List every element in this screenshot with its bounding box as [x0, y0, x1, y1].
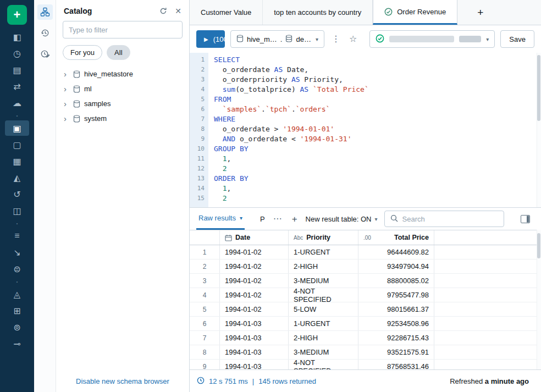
new-button[interactable]: + [7, 5, 27, 25]
side-panel-toggle-icon[interactable] [521, 215, 530, 223]
date-cell[interactable]: 1994-01-03 [220, 360, 289, 369]
total-cell[interactable]: 93521575.91 [358, 345, 434, 359]
results-search-input[interactable] [402, 215, 498, 223]
sql-warehouses-icon[interactable]: ◫ [5, 203, 29, 218]
database-icon [73, 70, 80, 78]
version-history-icon[interactable] [37, 46, 53, 62]
date-cell[interactable]: 1994-01-03 [220, 345, 289, 359]
query-history-icon[interactable]: ↺ [5, 186, 29, 202]
priority-cell[interactable]: 4-NOT SPECIFIED [289, 288, 358, 302]
chevron-right-icon[interactable]: › [64, 100, 69, 108]
workspace-icon[interactable]: ◧ [5, 29, 29, 45]
priority-cell[interactable]: 2-HIGH [289, 260, 358, 273]
query-duration: 12 s 751 ms [209, 377, 248, 385]
total-cell[interactable]: 98015661.37 [358, 302, 434, 316]
for-you-pill[interactable]: For you [63, 45, 102, 60]
priority-cell[interactable]: 2-HIGH [289, 331, 358, 345]
date-cell[interactable]: 1994-01-02 [220, 288, 289, 302]
chevron-right-icon[interactable]: › [64, 114, 69, 123]
column-header-priority[interactable]: AbcPriority [289, 230, 358, 245]
tab-top-ten-accounts-by-country[interactable]: top ten accounts by country [263, 0, 373, 25]
total-cell[interactable]: 87568531.46 [358, 360, 434, 369]
priority-cell[interactable]: 1-URGENT [289, 245, 358, 259]
serving-icon[interactable]: ⊸ [5, 336, 29, 351]
models-icon[interactable]: ⊚ [5, 319, 29, 335]
priority-cell[interactable]: 5-LOW [289, 302, 358, 316]
column-header-total-price[interactable]: .00Total Price [358, 230, 434, 245]
chevron-right-icon[interactable]: › [64, 85, 69, 93]
queries-icon[interactable]: ▢ [5, 137, 29, 152]
raw-results-tab[interactable]: Raw results ▾ [196, 208, 245, 230]
total-cell[interactable]: 92286715.43 [358, 331, 434, 345]
truncated-result-tab[interactable]: P [260, 215, 265, 223]
priority-cell[interactable]: 3-MEDIUM [289, 274, 358, 288]
results-table-body: 11994-01-021-URGENT96444609.8221994-01-0… [190, 245, 541, 369]
catalog-schema-selector[interactable]: hive_m… . de… ▾ [230, 30, 324, 48]
catalog-filter-input[interactable] [69, 26, 176, 34]
favorite-star-icon[interactable]: ☆ [347, 35, 358, 43]
total-cell[interactable]: 93497904.94 [358, 260, 434, 273]
row-number-cell[interactable]: 4 [190, 288, 220, 302]
date-cell[interactable]: 1994-01-02 [220, 274, 289, 288]
results-scrollbar[interactable] [537, 230, 541, 369]
row-number-cell[interactable]: 2 [190, 260, 220, 273]
add-visualization-button[interactable]: + [290, 214, 299, 224]
delta-live-tables-icon[interactable]: ⊜ [5, 261, 29, 277]
dashboards-icon[interactable]: ▦ [5, 153, 29, 169]
total-cell[interactable]: 88800085.02 [358, 274, 434, 288]
catalog-item-hive_metastore[interactable]: ›hive_metastore [56, 67, 189, 81]
priority-cell[interactable]: 1-URGENT [289, 317, 358, 330]
priority-cell[interactable]: 4-NOT SPECIFIED [289, 360, 358, 369]
date-cell[interactable]: 1994-01-02 [220, 302, 289, 316]
catalog-item-ml[interactable]: ›ml [56, 81, 189, 96]
add-tab-button[interactable]: + [466, 0, 494, 25]
date-cell[interactable]: 1994-01-02 [220, 245, 289, 259]
catalog-item-samples[interactable]: ›samples [56, 96, 189, 111]
editor-scrollbar[interactable] [537, 53, 541, 207]
schema-browser-icon[interactable] [37, 4, 53, 20]
save-button[interactable]: Save [500, 30, 534, 48]
sql-editor-icon[interactable]: ▣ [5, 120, 29, 136]
date-cell[interactable]: 1994-01-03 [220, 331, 289, 345]
date-cell[interactable]: 1994-01-03 [220, 317, 289, 330]
alerts-icon[interactable]: ◭ [5, 170, 29, 185]
column-header-date[interactable]: Date [220, 230, 289, 245]
row-number-cell[interactable]: 6 [190, 317, 220, 330]
refresh-icon[interactable] [159, 7, 167, 15]
recents-icon[interactable]: ◷ [5, 46, 29, 61]
feature-store-icon[interactable]: ⊞ [5, 303, 29, 318]
row-number-cell[interactable]: 5 [190, 302, 220, 316]
tab-customer-value[interactable]: Customer Value [190, 0, 263, 25]
workflows-icon[interactable]: ⇄ [5, 79, 29, 94]
disable-schema-browser-link[interactable]: Disable new schema browser [56, 377, 189, 385]
experiments-icon[interactable]: ◬ [5, 286, 29, 302]
row-number-cell[interactable]: 7 [190, 331, 220, 345]
row-number-cell[interactable]: 8 [190, 345, 220, 359]
warehouse-selector[interactable]: ▾ [369, 30, 495, 48]
chevron-right-icon[interactable]: › [64, 70, 69, 78]
table-row: 71994-01-032-HIGH92286715.43 [190, 331, 541, 345]
compute-icon[interactable]: ☁ [5, 95, 29, 111]
total-cell[interactable]: 97955477.98 [358, 288, 434, 302]
priority-cell[interactable]: 3-MEDIUM [289, 345, 358, 359]
more-tabs-icon[interactable]: ⋯ [272, 214, 284, 223]
new-result-table-toggle[interactable]: New result table: ON ▾ [306, 215, 378, 223]
row-number-cell[interactable]: 1 [190, 245, 220, 259]
all-pill[interactable]: All [107, 45, 130, 60]
row-number-cell[interactable]: 3 [190, 274, 220, 288]
run-button[interactable]: ▶ (1000) ▾ [196, 30, 225, 48]
close-icon[interactable]: ✕ [175, 7, 181, 15]
date-cell[interactable]: 1994-01-02 [220, 260, 289, 273]
total-cell[interactable]: 96444609.82 [358, 245, 434, 259]
tab-order-revenue[interactable]: Order Revenue [373, 0, 457, 25]
code-area[interactable]: SELECT o_orderdate AS Date, o_orderprior… [208, 53, 541, 207]
job-runs-icon[interactable]: ≡ [5, 228, 29, 244]
data-ingestion-icon[interactable]: ↘ [5, 245, 29, 260]
catalog-icon[interactable]: ▤ [5, 62, 29, 78]
catalog-item-system[interactable]: ›system [56, 111, 189, 126]
row-number-cell[interactable]: 9 [190, 360, 220, 369]
total-cell[interactable]: 92534508.96 [358, 317, 434, 330]
warehouse-size-redacted [459, 36, 481, 42]
more-options-icon[interactable]: ⋮ [330, 35, 342, 43]
past-executions-icon[interactable] [37, 25, 53, 41]
